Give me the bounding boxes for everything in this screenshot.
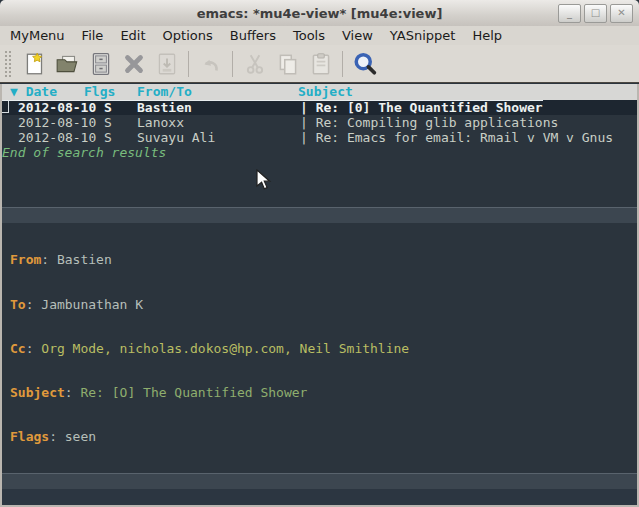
new-file-icon <box>22 51 48 77</box>
new-file-button[interactable] <box>18 48 51 80</box>
paste-icon <box>308 51 334 77</box>
selected-row-underline <box>2 100 543 101</box>
headers-mode-line: *mu4e-headers* ( 1, 0) [All/275] [mu4e-h… <box>0 207 639 223</box>
message-header-cc: Cc: Org Mode, nicholas.dokos@hp.com, Nei… <box>10 342 639 357</box>
undo-button <box>194 48 227 80</box>
search-button[interactable] <box>348 48 381 80</box>
emacs-window: emacs: *mu4e-view* [mu4e:view] _ □ ✕ MyM… <box>0 0 639 507</box>
header-row-selected[interactable]: 2012-08-10 S Bastien | Re: [0] The Quant… <box>0 100 639 115</box>
column-subject[interactable]: Subject <box>298 84 353 100</box>
toolbar-separator <box>232 51 233 77</box>
close-x-icon <box>121 51 147 77</box>
menu-bar: MyMenu File Edit Options Buffers Tools V… <box>0 26 639 45</box>
row-sender: Suvayu Ali <box>137 130 215 145</box>
column-flags[interactable]: Flgs <box>84 84 115 100</box>
message-header-subject: Subject: Re: [O] The Quantified Shower <box>10 386 639 401</box>
window-title: emacs: *mu4e-view* [mu4e:view] <box>197 6 443 21</box>
row-subject: | Re: Compiling glib applications <box>300 115 558 130</box>
row-sender: Bastien <box>137 100 192 115</box>
header-row[interactable]: 2012-08-10 S Suvayu Ali | Re: Emacs for … <box>0 130 639 145</box>
cut-button <box>238 48 271 80</box>
end-of-search-results: End of search results <box>2 145 166 160</box>
copy-icon <box>275 51 301 77</box>
header-row[interactable]: 2012-08-10 S Lanoxx | Re: Compiling glib… <box>0 115 639 130</box>
toolbar-separator <box>342 51 343 77</box>
frame-edge <box>0 84 2 505</box>
save-as-icon <box>154 51 180 77</box>
row-date-flags: 2012-08-10 S <box>18 115 112 130</box>
row-subject: | Re: [0] The Quantified Shower <box>300 100 543 115</box>
window-controls: _ □ ✕ <box>558 4 633 23</box>
open-folder-icon <box>55 51 81 77</box>
toolbar-separator <box>188 51 189 77</box>
title-bar[interactable]: emacs: *mu4e-view* [mu4e:view] _ □ ✕ <box>0 0 639 27</box>
minibuffer[interactable] <box>0 489 639 505</box>
copy-button <box>271 48 304 80</box>
menu-item-yasnippet[interactable]: YASnippet <box>390 28 456 43</box>
save-as-button[interactable] <box>150 48 183 80</box>
save-button[interactable] <box>84 48 117 80</box>
menu-item-options[interactable]: Options <box>163 28 213 43</box>
paste-button <box>304 48 337 80</box>
headers-column-row: ▼ Date Flgs From/To Subject <box>0 84 639 100</box>
row-sender: Lanoxx <box>137 115 184 130</box>
column-from[interactable]: From/To <box>137 84 192 100</box>
menu-item-view[interactable]: View <box>342 28 373 43</box>
row-date-flags: 2012-08-10 S <box>18 100 112 115</box>
row-date-flags: 2012-08-10 S <box>18 130 112 145</box>
mu4e-headers-buffer: ▼ Date Flgs From/To Subject 2012-08-10 S… <box>0 84 639 207</box>
search-icon <box>351 50 379 78</box>
menu-item-file[interactable]: File <box>82 28 104 43</box>
row-subject: | Re: Emacs for email: Rmail v VM v Gnus <box>300 130 613 145</box>
maximize-button[interactable]: □ <box>584 4 607 23</box>
close-file-button[interactable] <box>117 48 150 80</box>
mouse-cursor <box>256 169 272 191</box>
cut-icon <box>242 51 268 77</box>
mu4e-view-buffer: From: Bastien To: Jambunathan K Cc: Org … <box>0 223 639 473</box>
message-header-from: From: Bastien <box>10 253 639 268</box>
tool-bar <box>0 45 639 83</box>
close-button[interactable]: ✕ <box>610 4 633 23</box>
menu-item-buffers[interactable]: Buffers <box>230 28 276 43</box>
menu-item-edit[interactable]: Edit <box>120 28 145 43</box>
toolbar-drag-handle[interactable] <box>4 50 12 78</box>
save-icon <box>88 51 114 77</box>
menu-item-tools[interactable]: Tools <box>293 28 325 43</box>
menu-item-help[interactable]: Help <box>472 28 502 43</box>
message-header-flags: Flags: seen <box>10 430 639 445</box>
view-mode-line: *mu4e-view* ( 1, 0) [All/372] [mu4e:view… <box>0 473 639 489</box>
undo-icon <box>198 51 224 77</box>
hollow-cursor <box>1 100 9 113</box>
minimize-button[interactable]: _ <box>558 4 581 23</box>
column-date[interactable]: ▼ Date <box>10 84 57 100</box>
menu-item-mymenu[interactable]: MyMenu <box>10 28 65 43</box>
message-header-to: To: Jambunathan K <box>10 298 639 313</box>
open-button[interactable] <box>51 48 84 80</box>
